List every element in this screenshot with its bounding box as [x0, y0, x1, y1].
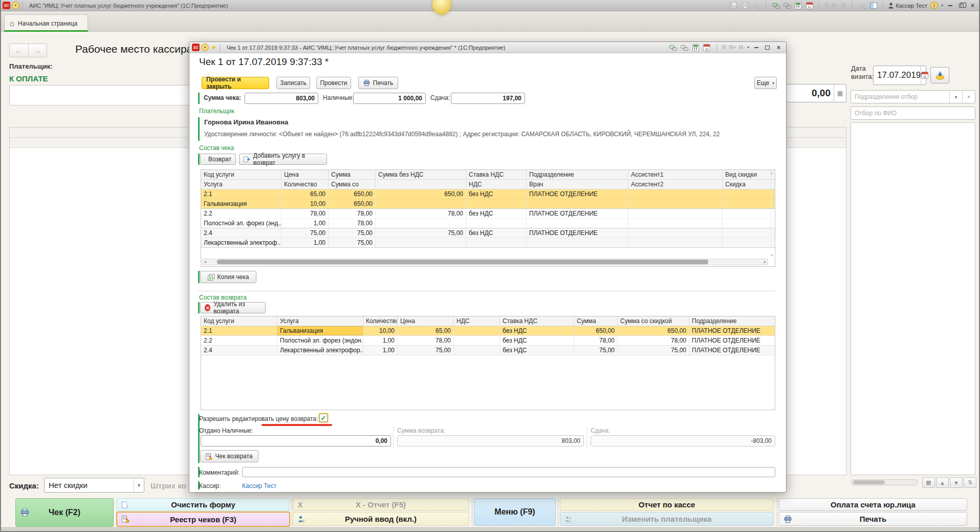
memory-m-plus-button[interactable]: M+ [729, 45, 736, 50]
memory-m-minus-button[interactable]: M- [738, 45, 745, 50]
close-button[interactable]: × [968, 2, 977, 9]
visits-list[interactable] [851, 122, 975, 475]
dialog-maximize-button[interactable] [763, 44, 772, 51]
table-row[interactable]: 2.1Гальванизация10,0065,00без НДС650,006… [201, 326, 775, 336]
tab-start-page[interactable]: ⌂ Начальная страница [4, 14, 88, 32]
manual-input-button[interactable]: ? Ручной ввод (вкл.) [293, 512, 469, 526]
chevron-down-icon[interactable]: ▾ [949, 91, 962, 103]
horizontal-scrollbar[interactable]: ◂ ▸ [202, 259, 768, 265]
menu-f9-button[interactable]: Меню (F9) [474, 498, 556, 526]
write-button[interactable]: Записать [276, 77, 310, 89]
register-f3-button[interactable]: Реестр чеков (F3) [117, 512, 290, 526]
division-filter-input[interactable] [851, 93, 949, 100]
memory-m-button[interactable]: M [824, 3, 829, 8]
scroll-down-icon[interactable]: ▾ [771, 253, 773, 258]
cash-report-button[interactable]: Отчет по кассе [560, 498, 774, 511]
link-copy-icon[interactable] [782, 2, 791, 10]
list-up-button[interactable]: ▲ [936, 477, 949, 488]
table-row[interactable]: 2.475,0075,0075,00без НДСПЛАТНОЕ ОТДЕЛЕН… [201, 228, 775, 238]
favorite-star-icon[interactable]: ★ [211, 44, 217, 51]
table-header-row[interactable]: УслугаКоличествоСумма соНДСВрачАссистент… [201, 180, 775, 189]
pay-invoice-button[interactable]: Оплата счета юр.лица [779, 498, 967, 511]
scrollbar-thumb[interactable] [853, 480, 885, 484]
list-sort-button[interactable]: ⇅ [964, 477, 976, 488]
table-header-row[interactable]: Код услугиЦенаСуммаСумма без НДССтавка Н… [201, 170, 775, 180]
memory-m-button[interactable]: M [722, 45, 726, 50]
calculator-icon[interactable] [691, 44, 700, 52]
link-add-icon[interactable] [771, 2, 780, 10]
clear-form-button[interactable]: Очистить форму [117, 498, 290, 511]
forward-button[interactable]: → [29, 44, 47, 57]
division-filter-select[interactable]: ▾ × [851, 90, 975, 103]
given-cash-field[interactable]: 0,00 [201, 435, 391, 446]
calculator-button[interactable]: ▦ [834, 84, 846, 102]
preview-icon[interactable] [752, 2, 760, 10]
table-row[interactable]: 2.278,0078,0078,00без НДСПЛАТНОЕ ОТДЕЛЕН… [201, 209, 775, 219]
cashier-link[interactable]: Кассир Тест [242, 482, 276, 490]
scrollbar-thumb[interactable] [217, 260, 708, 264]
sum-field[interactable]: 803,00 [245, 93, 318, 104]
discount-select[interactable]: Нет скидки ▾ [44, 478, 144, 493]
load-visits-button[interactable] [930, 67, 949, 83]
table-header-row[interactable]: Код услугиУслугаКоличествоЦенаНДССтавка … [201, 316, 775, 326]
back-button[interactable]: ← [10, 44, 29, 57]
memory-m-minus-button[interactable]: M- [841, 3, 847, 8]
main-menu-caret-button[interactable]: ▾ [12, 2, 19, 9]
delete-from-return-button[interactable]: × Удалить из возврата [200, 302, 266, 313]
table-row[interactable]: 2.4Лекарственный электрофор...1,0075,00б… [201, 346, 775, 355]
return-button[interactable]: Возврат [200, 154, 236, 165]
info-caret-icon[interactable]: ▾ [941, 3, 943, 8]
minimize-button[interactable] [946, 2, 954, 9]
more-caret-icon[interactable]: ▾ [747, 45, 749, 50]
zoom-icon[interactable] [858, 2, 866, 10]
allow-edit-price-checkbox[interactable]: ✓ [319, 414, 328, 422]
calendar-icon[interactable]: 31 [805, 2, 814, 10]
add-to-return-button[interactable]: Добавить услугу в возврат [239, 154, 327, 165]
cash-field[interactable]: 1 000,00 [353, 93, 426, 104]
post-button[interactable]: Провести [316, 77, 351, 89]
link-add-icon[interactable] [669, 44, 678, 52]
comment-input[interactable] [242, 467, 775, 477]
dialog-titlebar[interactable]: 1С ▾ ★ Чек 1 от 17.07.2019 9:37:33 - АИС… [189, 42, 786, 53]
info-icon[interactable]: i [930, 2, 939, 10]
print-receipt-button[interactable]: Печать [358, 77, 398, 89]
dialog-menu-caret-button[interactable]: ▾ [201, 44, 209, 51]
x-report-f5-button[interactable]: X Х - Отчет (F5) [293, 498, 469, 511]
calculator-icon[interactable] [794, 2, 802, 10]
dialog-close-button[interactable]: × [774, 44, 783, 51]
copy-receipt-button[interactable]: Копия чека [200, 271, 256, 283]
restore-button[interactable] [957, 2, 966, 9]
calendar-button[interactable]: 31 [921, 66, 928, 84]
clear-icon[interactable]: × [962, 91, 975, 103]
change-payer-button[interactable]: Изменить плательщика [560, 512, 774, 526]
check-f2-button[interactable]: Чек (F2) [15, 498, 114, 527]
scroll-left-icon[interactable]: ◂ [204, 259, 206, 265]
save-icon[interactable] [729, 2, 738, 10]
change-field[interactable]: 197,00 [451, 93, 525, 104]
print-bottom-button[interactable]: Печать [779, 512, 967, 526]
table-row[interactable]: 2.2Полостной эл. форез (эндон...1,0078,0… [201, 336, 775, 346]
list-down-button[interactable]: ▼ [950, 477, 963, 488]
chevron-down-icon[interactable]: ▾ [134, 478, 144, 492]
more-button[interactable]: Еще ▾ [754, 77, 777, 89]
refund-items-table[interactable]: Код услугиУслугаКоличествоЦенаНДССтавка … [201, 316, 775, 410]
vertical-scroll-strip[interactable]: ▴ ▾ [769, 171, 774, 258]
table-row[interactable]: 2.165,00650,00650,00без НДСПЛАТНОЕ ОТДЕЛ… [201, 189, 775, 199]
scroll-up-icon[interactable]: ▴ [771, 171, 773, 175]
scroll-right-icon[interactable]: ▸ [764, 259, 766, 265]
amount-to-pay-field[interactable]: 0,00 ▦ [784, 84, 846, 102]
table-row[interactable]: Гальванизация10,00650,00 [201, 199, 775, 209]
visit-date-field[interactable]: 17.07.2019 31 [873, 66, 926, 85]
dialog-minimize-button[interactable] [752, 44, 760, 51]
split-view-icon[interactable] [869, 2, 878, 10]
post-and-close-button[interactable]: Провести и закрыть [202, 77, 269, 89]
list-export-button[interactable]: ▦ [922, 477, 935, 488]
fio-filter-input[interactable] [851, 107, 975, 120]
link-copy-icon[interactable] [680, 44, 689, 52]
calendar-icon[interactable]: 31 [703, 44, 711, 52]
memory-m-plus-button[interactable]: M+ [832, 3, 839, 8]
table-row[interactable]: Лекарственный электроф...1,0075,00 [201, 238, 775, 248]
current-user[interactable]: Кассир Тест [888, 3, 927, 9]
table-row[interactable]: Полостной эл. форез (энд...1,0078,00 [201, 219, 775, 228]
receipt-items-table[interactable]: Код услугиЦенаСуммаСумма без НДССтавка Н… [201, 169, 775, 267]
